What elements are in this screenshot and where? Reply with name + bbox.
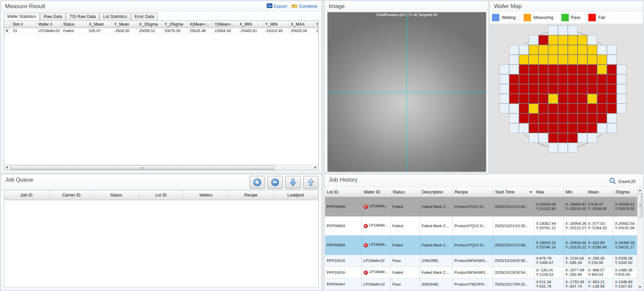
- wafer-die[interactable]: [529, 84, 538, 94]
- wafer-die[interactable]: [529, 113, 538, 123]
- wafer-die[interactable]: [548, 45, 558, 55]
- wafer-die[interactable]: [617, 64, 626, 74]
- wafer-die[interactable]: [558, 35, 568, 45]
- scroll-right-button[interactable]: [313, 165, 318, 170]
- wafer-die[interactable]: [548, 84, 558, 94]
- wafer-die[interactable]: [568, 133, 578, 143]
- wafer-die[interactable]: [568, 64, 578, 74]
- wafer-die[interactable]: [538, 55, 548, 64]
- wafer-die[interactable]: [529, 64, 538, 74]
- wafer-die[interactable]: [568, 113, 578, 123]
- wafer-die[interactable]: [538, 133, 548, 143]
- wafer-die[interactable]: [529, 133, 538, 143]
- wafer-die[interactable]: [578, 113, 587, 123]
- wafer-die[interactable]: [519, 104, 529, 113]
- tab-wafer-statistics[interactable]: Wafer Statistics: [4, 13, 39, 21]
- measure-horizontal-scrollbar[interactable]: [4, 164, 318, 170]
- wafer-die[interactable]: [617, 104, 626, 113]
- wafer-die[interactable]: [587, 84, 597, 94]
- wafer-die[interactable]: [509, 94, 519, 104]
- wafer-die[interactable]: [558, 55, 568, 64]
- wafer-die[interactable]: [499, 74, 509, 84]
- wafer-die[interactable]: [548, 94, 558, 104]
- wafer-die[interactable]: [538, 64, 548, 74]
- wafer-die[interactable]: [538, 45, 548, 55]
- wafer-die[interactable]: [568, 94, 578, 104]
- wafer-die[interactable]: [519, 113, 529, 123]
- jq-col-header-lot-id[interactable]: Lot ID: [139, 190, 183, 200]
- wafer-die[interactable]: [558, 84, 568, 94]
- hscroll-thumb[interactable]: [10, 165, 274, 170]
- jh-col-header-3sigma[interactable]: 3Sigma: [613, 187, 638, 197]
- history-vertical-scrollbar[interactable]: [637, 187, 643, 290]
- job-history-row[interactable]: PFP09669×LP1Wafe...FailedFailed Mark C..…: [325, 197, 638, 216]
- wafer-die[interactable]: [499, 64, 509, 74]
- wafer-die[interactable]: [568, 84, 578, 94]
- tab-lot-statistics[interactable]: Lot Statistics: [100, 13, 130, 20]
- wafer-die[interactable]: [548, 143, 558, 153]
- wafer-die[interactable]: [607, 113, 617, 123]
- wafer-die[interactable]: [607, 123, 617, 133]
- wafer-die[interactable]: [548, 35, 558, 45]
- jh-col-header-start-time[interactable]: Start Time: [493, 187, 534, 197]
- mr-col-header-y-mean[interactable]: Y(Mean+...: [212, 21, 237, 28]
- mr-col-header-y-mean[interactable]: Y_Mean: [112, 21, 137, 28]
- job-history-row[interactable]: PFP06447LP1Wafer10Pass(682/648)Product\Y…: [325, 278, 638, 290]
- wafer-die[interactable]: [499, 104, 509, 113]
- wafer-die[interactable]: [558, 123, 568, 133]
- wafer-die[interactable]: [538, 123, 548, 133]
- jh-col-header-description[interactable]: Description: [420, 187, 452, 197]
- wafer-die[interactable]: [538, 113, 548, 123]
- wafer-die[interactable]: [499, 84, 509, 94]
- jh-col-header-lot-id[interactable]: Lot ID: [325, 187, 361, 197]
- wafer-die[interactable]: [587, 35, 597, 45]
- wafer-die[interactable]: [509, 123, 519, 133]
- wafer-die[interactable]: [529, 35, 538, 45]
- wafer-die[interactable]: [538, 35, 548, 45]
- wafer-die[interactable]: [548, 55, 558, 64]
- wafer-die[interactable]: [558, 113, 568, 123]
- wafer-die[interactable]: [578, 45, 587, 55]
- wafer-die[interactable]: [558, 74, 568, 84]
- wafer-die[interactable]: [509, 74, 519, 84]
- wafer-die[interactable]: [548, 113, 558, 123]
- wafer-die[interactable]: [607, 55, 617, 64]
- scroll-up-button[interactable]: [637, 187, 643, 193]
- wafer-die[interactable]: [529, 74, 538, 84]
- combine-button[interactable]: Combine: [292, 3, 317, 9]
- vscroll-thumb[interactable]: [638, 193, 642, 217]
- wafer-die[interactable]: [617, 94, 626, 104]
- jh-col-header-min[interactable]: Min: [563, 187, 586, 197]
- jq-col-header-job-id[interactable]: Job ID: [4, 190, 49, 200]
- mr-col-header-x-min[interactable]: X_MIN: [237, 21, 263, 28]
- wafer-die[interactable]: [568, 45, 578, 55]
- wafer-die[interactable]: [558, 94, 568, 104]
- wafer-die[interactable]: [597, 123, 607, 133]
- wafer-die[interactable]: [519, 55, 529, 64]
- wafer-die[interactable]: [568, 25, 578, 35]
- wafer-die[interactable]: [587, 94, 597, 104]
- wafer-die[interactable]: [548, 74, 558, 84]
- wafer-die[interactable]: [597, 104, 607, 113]
- mr-col-header-x-3sigma[interactable]: X_3Sigma: [137, 21, 162, 28]
- magnifier-icon[interactable]: [609, 177, 616, 186]
- measure-row[interactable]: 23LP1Wafer23Failed535.97-3508.0025099.51…: [4, 28, 319, 34]
- wafer-die[interactable]: [548, 25, 558, 35]
- jh-col-header-status[interactable]: Status: [390, 187, 420, 197]
- jh-col-header-wafer-id[interactable]: Wafer ID: [361, 187, 390, 197]
- wafer-die[interactable]: [597, 64, 607, 74]
- wafer-die[interactable]: [509, 64, 519, 74]
- wafer-die[interactable]: [529, 55, 538, 64]
- wafer-die[interactable]: [587, 55, 597, 64]
- mr-col-header-y[interactable]: Y_: [314, 21, 319, 28]
- mr-col-header-x-mean[interactable]: X_Mean: [86, 21, 112, 28]
- wafer-die[interactable]: [538, 84, 548, 94]
- wafer-die[interactable]: [538, 104, 548, 113]
- mr-col-header-slot[interactable]: Slot #: [10, 21, 36, 28]
- wafer-die[interactable]: [499, 94, 509, 104]
- wafer-die[interactable]: [578, 64, 587, 74]
- wafer-die[interactable]: [558, 133, 568, 143]
- wafer-die[interactable]: [529, 104, 538, 113]
- wafer-die[interactable]: [509, 45, 519, 55]
- wafer-die[interactable]: [548, 104, 558, 113]
